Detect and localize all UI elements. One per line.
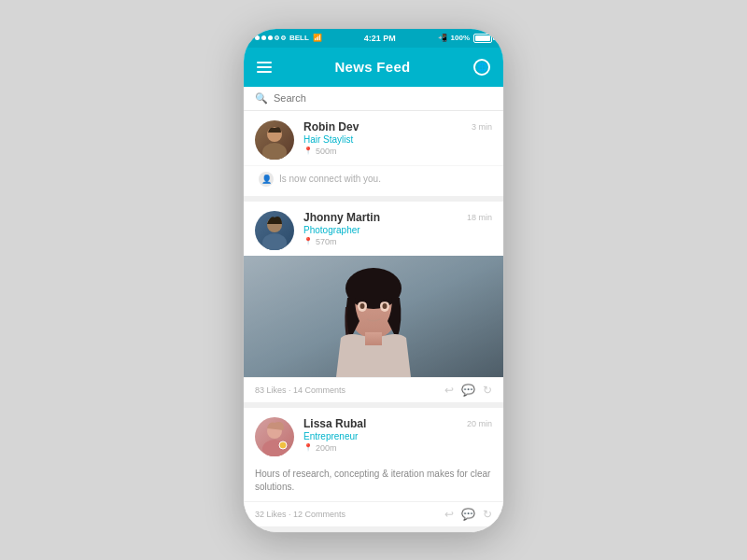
feed-card-robin: Robin Dev Hair Staylist 📍 500m 3 min 👤 I… xyxy=(244,111,503,196)
time-lissa: 20 min xyxy=(467,419,492,428)
card-header-jhonny: Jhonny Martin Photographer 📍 570m 18 min xyxy=(244,202,503,256)
distance-jhonny: 📍 570m xyxy=(303,237,458,246)
card-header-robin: Robin Dev Hair Staylist 📍 500m 3 min xyxy=(244,111,503,165)
refresh-icon-lissa[interactable]: ↻ xyxy=(483,508,492,521)
stats-lissa: 32 Likes · 12 Comments xyxy=(255,510,439,519)
user-info-lissa: Lissa Rubal Entrepreneur 📍 200m xyxy=(303,417,458,453)
action-icons-jhonny: ↩ 💬 ↻ xyxy=(444,384,492,397)
status-left: BELL 📶 xyxy=(255,34,322,42)
share-icon-lissa[interactable]: ↩ xyxy=(444,508,454,521)
search-bar: 🔍 xyxy=(244,87,503,111)
avatar-robin xyxy=(255,120,294,160)
user-info-robin: Robin Dev Hair Staylist 📍 500m xyxy=(303,120,462,156)
pin-icon-jhonny: 📍 xyxy=(303,237,313,245)
page-title: News Feed xyxy=(334,59,410,75)
status-time: 4:21 PM xyxy=(364,34,396,43)
connect-icon: 👤 xyxy=(259,172,274,187)
distance-robin: 📍 500m xyxy=(303,147,462,156)
pin-icon-robin: 📍 xyxy=(303,147,313,155)
refresh-icon[interactable]: ↻ xyxy=(483,384,492,397)
avatar-jhonny xyxy=(255,211,294,250)
bluetooth-icon: 📲 xyxy=(438,34,447,42)
user-name-lissa: Lissa Rubal xyxy=(303,417,458,430)
user-role-robin: Hair Staylist xyxy=(303,134,462,145)
user-name-jhonny: Jhonny Martin xyxy=(303,211,458,224)
user-info-jhonny: Jhonny Martin Photographer 📍 570m xyxy=(303,211,458,246)
comment-icon[interactable]: 💬 xyxy=(461,384,475,397)
carrier-label: BELL xyxy=(289,34,309,42)
feed-card-lissa: Lissa Rubal Entrepreneur 📍 200m 20 min H… xyxy=(244,408,503,526)
svg-point-12 xyxy=(383,303,388,309)
svg-point-15 xyxy=(279,441,287,449)
svg-point-11 xyxy=(360,303,365,309)
phone-frame: BELL 📶 4:21 PM 📲 100% News Feed 🌐 🔍 xyxy=(243,28,504,533)
status-bar: BELL 📶 4:21 PM 📲 100% xyxy=(244,29,503,48)
battery-fill xyxy=(475,35,490,41)
card-header-lissa: Lissa Rubal Entrepreneur 📍 200m 20 min xyxy=(244,408,503,462)
comment-icon-lissa[interactable]: 💬 xyxy=(461,508,475,521)
search-input[interactable] xyxy=(274,92,492,104)
notification-text-robin: Is now connect with you. xyxy=(279,174,381,184)
wifi-icon: 📶 xyxy=(313,34,322,42)
notification-robin: 👤 Is now connect with you. xyxy=(244,165,503,196)
svg-point-3 xyxy=(262,233,287,250)
card-actions-jhonny: 83 Likes · 14 Comments ↩ 💬 ↻ xyxy=(244,377,503,402)
battery-icon xyxy=(473,34,492,43)
distance-lissa: 📍 200m xyxy=(303,443,458,453)
svg-rect-8 xyxy=(365,332,382,345)
hamburger-button[interactable] xyxy=(257,62,272,73)
post-photo-jhonny xyxy=(244,256,503,377)
user-role-jhonny: Photographer xyxy=(303,225,458,235)
card-actions-lissa: 32 Likes · 12 Comments ↩ 💬 ↻ xyxy=(244,501,503,526)
action-icons-lissa: ↩ 💬 ↻ xyxy=(444,508,492,521)
status-right: 📲 100% xyxy=(438,34,492,43)
news-feed: Robin Dev Hair Staylist 📍 500m 3 min 👤 I… xyxy=(244,111,503,532)
battery-label: 100% xyxy=(451,34,470,42)
time-robin: 3 min xyxy=(472,122,492,132)
user-role-lissa: Entrepreneur xyxy=(303,431,458,441)
feed-card-jhonny: Jhonny Martin Photographer 📍 570m 18 min xyxy=(244,202,503,402)
search-icon: 🔍 xyxy=(255,92,268,105)
post-text-lissa: Hours of research, concepting & iteratio… xyxy=(244,462,503,501)
svg-point-1 xyxy=(262,143,287,160)
share-icon[interactable]: ↩ xyxy=(444,384,454,397)
globe-button[interactable]: 🌐 xyxy=(473,59,490,76)
signal-dots xyxy=(255,35,286,40)
pin-icon-lissa: 📍 xyxy=(303,443,313,452)
time-jhonny: 18 min xyxy=(467,213,492,222)
stats-jhonny: 83 Likes · 14 Comments xyxy=(255,385,439,395)
app-header: News Feed 🌐 xyxy=(244,48,503,87)
avatar-lissa xyxy=(255,417,294,456)
user-name-robin: Robin Dev xyxy=(303,120,462,133)
